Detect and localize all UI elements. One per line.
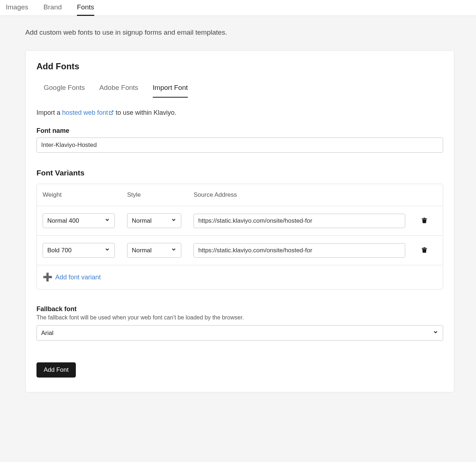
chevron-down-icon — [171, 247, 177, 254]
add-variant-label: Add font variant — [55, 274, 101, 281]
import-desc-prefix: Import a — [36, 109, 62, 116]
font-name-label: Font name — [36, 127, 443, 135]
font-source-tabs: Google Fonts Adobe Fonts Import Font — [36, 80, 443, 98]
variants-header-row: Weight Style Source Address — [37, 184, 443, 206]
variant-row: Bold 700 Normal — [37, 236, 443, 265]
fallback-font-select[interactable]: Arial — [36, 325, 443, 341]
source-address-input[interactable] — [194, 214, 405, 228]
import-desc-suffix: to use within Klaviyo. — [114, 109, 176, 116]
chevron-down-icon — [104, 247, 110, 254]
page-content: Add custom web fonts to use in signup fo… — [0, 16, 476, 407]
tab-import-font[interactable]: Import Font — [153, 80, 188, 98]
fallback-section: Fallback font The fallback font will be … — [36, 305, 443, 341]
external-link-icon — [109, 109, 114, 117]
trash-icon — [421, 219, 428, 225]
style-value: Normal — [132, 217, 152, 225]
variant-row: Normal 400 Normal — [37, 206, 443, 236]
add-font-variant-button[interactable]: ➕ Add font variant — [37, 265, 443, 289]
delete-variant-button[interactable] — [412, 216, 437, 226]
trash-icon — [421, 249, 428, 255]
weight-value: Normal 400 — [47, 217, 79, 225]
style-select[interactable]: Normal — [127, 213, 181, 228]
hosted-web-font-link[interactable]: hosted web font — [62, 109, 114, 116]
fallback-value: Arial — [41, 330, 53, 337]
font-variants-title: Font Variants — [36, 169, 443, 177]
chevron-down-icon — [433, 329, 438, 337]
plus-icon: ➕ — [43, 273, 52, 282]
tab-brand[interactable]: Brand — [43, 0, 62, 16]
font-variants-box: Weight Style Source Address Normal 400 N… — [36, 184, 443, 289]
top-nav-tabs: Images Brand Fonts — [0, 0, 476, 16]
add-fonts-card: Add Fonts Google Fonts Adobe Fonts Impor… — [25, 50, 454, 392]
svg-line-0 — [111, 111, 113, 113]
delete-variant-button[interactable] — [412, 246, 437, 255]
weight-select[interactable]: Bold 700 — [43, 243, 115, 258]
weight-value: Bold 700 — [47, 247, 72, 254]
chevron-down-icon — [104, 217, 110, 225]
tab-images[interactable]: Images — [6, 0, 28, 16]
import-description: Import a hosted web font to use within K… — [36, 109, 443, 117]
tab-fonts[interactable]: Fonts — [77, 0, 94, 16]
source-address-input[interactable] — [194, 243, 405, 258]
header-source: Source Address — [194, 191, 412, 199]
style-select[interactable]: Normal — [127, 243, 181, 258]
header-weight: Weight — [43, 191, 127, 199]
header-style: Style — [127, 191, 194, 199]
font-name-input[interactable] — [36, 138, 443, 153]
fallback-label: Fallback font — [36, 305, 443, 313]
add-font-button[interactable]: Add Font — [36, 362, 76, 378]
tab-google-fonts[interactable]: Google Fonts — [44, 80, 85, 98]
card-title: Add Fonts — [36, 61, 443, 71]
tab-adobe-fonts[interactable]: Adobe Fonts — [99, 80, 138, 98]
weight-select[interactable]: Normal 400 — [43, 213, 115, 228]
fallback-description: The fallback font will be used when your… — [36, 314, 443, 321]
intro-text: Add custom web fonts to use in signup fo… — [25, 29, 454, 36]
chevron-down-icon — [171, 217, 177, 225]
style-value: Normal — [132, 247, 152, 254]
